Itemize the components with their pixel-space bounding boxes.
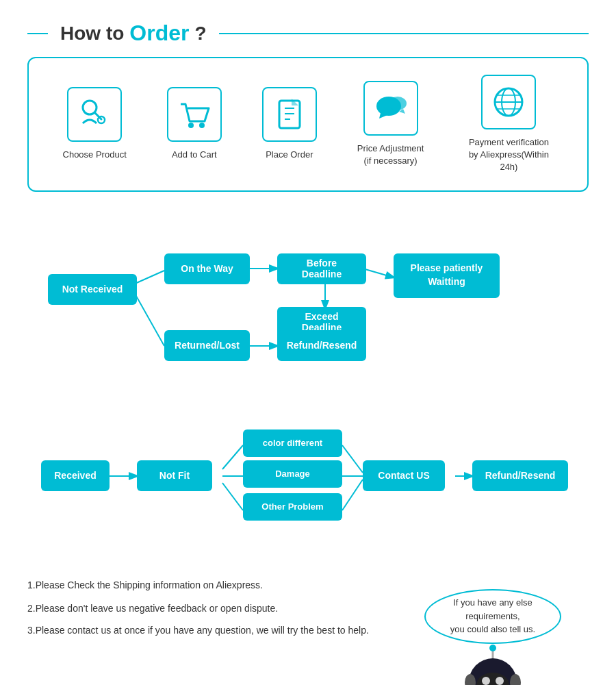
please-wait-box: Please patiently Waitting	[394, 253, 500, 298]
title-text-how: How to	[60, 23, 124, 45]
robot-icon	[452, 636, 534, 685]
svg-point-3	[188, 123, 194, 128]
title-question-mark: ?	[194, 23, 206, 45]
order-steps-box: Choose Product Add to Cart Place Order P…	[27, 57, 589, 192]
title-text-order: Order	[129, 21, 189, 46]
before-deadline-box: Before Deadline	[277, 253, 366, 284]
refund-resend-box-1: Refund/Resend	[277, 330, 366, 361]
order-step-price-adjustment: Price Adjustment (if necessary)	[357, 81, 424, 167]
note-2: 2.Please don't leave us negative feedbac…	[27, 599, 397, 618]
svg-line-28	[342, 480, 363, 510]
svg-line-19	[363, 269, 394, 277]
not-received-flowchart: Not Received On the Way Returned/Lost Be…	[0, 206, 616, 404]
order-step-add-to-cart: Add to Cart	[167, 87, 222, 161]
order-step-label-choose-product: Choose Product	[63, 149, 127, 161]
svg-line-26	[342, 445, 363, 473]
svg-point-4	[199, 123, 205, 128]
order-icon-add-to-cart	[167, 87, 222, 142]
svg-line-17	[133, 291, 164, 346]
order-step-choose-product: Choose Product	[63, 87, 127, 161]
order-icon-price-adjustment	[363, 81, 418, 136]
received-flowchart: Received Not Fit color different Damage …	[0, 411, 616, 562]
svg-point-36	[489, 645, 496, 651]
order-step-label-add-to-cart: Add to Cart	[172, 149, 217, 161]
section-title: How to Order ?	[27, 21, 589, 46]
color-different-box: color different	[243, 429, 342, 457]
svg-point-34	[496, 677, 504, 685]
order-step-place-order: Place Order	[262, 87, 317, 161]
returned-lost-box: Returned/Lost	[164, 330, 250, 361]
flow-container-2: Received Not Fit color different Damage …	[27, 411, 589, 548]
order-step-label-place-order: Place Order	[266, 149, 313, 161]
notes-section: 1.Please Check the Shipping information …	[0, 562, 616, 653]
note-1: 1.Please Check the Shipping information …	[27, 575, 397, 595]
received-box: Received	[41, 460, 110, 491]
order-icon-payment-verification	[481, 75, 536, 129]
svg-line-16	[133, 271, 164, 284]
order-step-payment-verification: Payment verification by Aliexpress(Withi…	[464, 75, 553, 174]
not-fit-box: Not Fit	[137, 460, 212, 491]
svg-point-33	[482, 677, 490, 685]
order-step-label-payment-verification: Payment verification by Aliexpress(Withi…	[464, 136, 553, 174]
svg-point-10	[389, 97, 407, 110]
svg-line-23	[222, 445, 243, 469]
refund-resend-box-2: Refund/Resend	[472, 460, 568, 491]
flow-container-1: Not Received On the Way Returned/Lost Be…	[27, 233, 589, 390]
how-to-order-section: How to Order ? Choose Product Add to Car…	[0, 0, 616, 206]
svg-line-25	[222, 483, 243, 510]
note-3: 3.Please contact us at once if you have …	[27, 622, 397, 639]
order-icon-choose-product	[67, 87, 122, 142]
not-received-box: Not Received	[48, 274, 137, 305]
order-icon-place-order	[262, 87, 317, 142]
order-step-label-price-adjustment: Price Adjustment (if necessary)	[357, 142, 424, 167]
notes-text-block: 1.Please Check the Shipping information …	[27, 575, 397, 639]
bubble-text: If you have any else requirements, you c…	[426, 596, 560, 636]
other-problem-box: Other Problem	[243, 493, 342, 521]
contact-us-box: Contact US	[363, 460, 445, 491]
on-the-way-box: On the Way	[164, 253, 250, 284]
damage-box: Damage	[243, 460, 342, 488]
